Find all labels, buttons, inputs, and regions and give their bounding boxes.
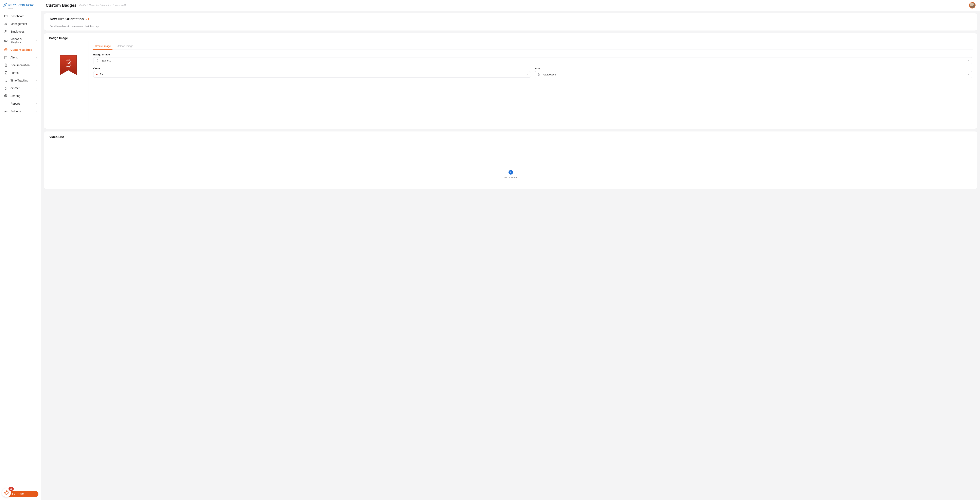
page-title: Custom Badges	[46, 3, 76, 8]
sidebar-item-label: Alerts	[11, 56, 32, 59]
sidebar-item-label: On-Site	[11, 87, 32, 90]
avatar[interactable]	[969, 2, 975, 8]
sidebar-item-reports[interactable]: Reports	[0, 100, 41, 107]
chevron-down-icon	[968, 73, 970, 76]
badge-description: For all new hires to complete on their f…	[50, 25, 972, 28]
badge-preview	[48, 41, 89, 122]
sidebar-item-on-site[interactable]: On-Site	[0, 84, 41, 92]
svg-point-2	[6, 23, 7, 24]
svg-point-7	[6, 57, 7, 57]
sidebar-item-alerts[interactable]: Alerts	[0, 54, 41, 61]
sidebar-item-sharing[interactable]: Sharing	[0, 92, 41, 100]
select-icon[interactable]: AppleWatch	[535, 71, 972, 78]
badge-config: Create Image Upload Image Badge Shape	[92, 41, 973, 122]
breadcrumb-part[interactable]: Version #1	[115, 4, 126, 7]
badge-header-card: New Hire Orientation v.1 For all new hir…	[44, 13, 977, 30]
sidebar-item-label: Dashboard	[11, 14, 37, 18]
tab-create-image[interactable]: Create Image	[94, 43, 111, 49]
field-color: Color Red	[93, 67, 531, 78]
field-icon: Icon AppleWatch	[535, 67, 972, 78]
logo[interactable]: // YOUR LOGO HERE	[0, 0, 41, 8]
bookmark-outline-icon	[96, 59, 99, 62]
dashboard-icon	[4, 14, 8, 18]
svg-point-5	[5, 57, 6, 57]
chevron-right-icon	[35, 64, 37, 67]
logo-text: YOUR LOGO HERE	[7, 3, 34, 7]
chat-bubble-icon	[4, 56, 8, 59]
svg-rect-16	[538, 74, 539, 75]
sidebar-item-settings[interactable]: Settings	[0, 107, 41, 115]
sidebar: // YOUR LOGO HERE Orientor Dashboard Man…	[0, 0, 41, 500]
tabs: Create Image Upload Image	[92, 43, 973, 50]
apple-watch-icon	[537, 73, 541, 76]
badge-version: v.1	[86, 18, 89, 21]
chevron-down-icon	[526, 73, 528, 76]
svg-point-13	[5, 111, 6, 112]
chevron-right-icon	[35, 22, 37, 25]
sidebar-nav: Dashboard Management Employees Videos	[0, 11, 41, 116]
sidebar-item-label: Management	[11, 22, 32, 25]
chevron-right-icon	[35, 87, 37, 90]
section-title-video-list: Video List	[49, 135, 973, 139]
svg-point-1	[5, 23, 6, 24]
sidebar-item-label: Documentation	[11, 64, 32, 67]
svg-point-10	[5, 88, 6, 88]
sidebar-item-employees[interactable]: Employees	[0, 28, 41, 35]
document-icon	[4, 63, 8, 67]
video-list-empty: + ADD VIDEOS	[49, 140, 973, 181]
sidebar-item-time-tracking[interactable]: Time Tracking	[0, 76, 41, 84]
plus-icon: +	[510, 171, 512, 174]
field-label: Color	[93, 67, 531, 70]
breadcrumb-part[interactable]: New Hire Orientation	[89, 4, 111, 7]
forms-icon	[4, 71, 8, 75]
badge-image-card: Badge Image	[44, 33, 977, 129]
badge-star-icon	[4, 48, 8, 52]
location-pin-icon	[4, 86, 8, 90]
sidebar-footer: 11 TYFOOM	[0, 488, 41, 500]
svg-point-12	[5, 95, 6, 96]
sidebar-item-label: Settings	[11, 110, 32, 113]
add-videos-button[interactable]: +	[509, 170, 513, 175]
svg-point-6	[6, 57, 6, 57]
main: Custom Badges Drafts / New Hire Orientat…	[41, 0, 980, 500]
sidebar-item-custom-badges[interactable]: Custom Badges	[0, 46, 41, 54]
sidebar-item-label: Videos & Playlists	[11, 37, 32, 44]
breadcrumb-part[interactable]: Drafts	[79, 4, 86, 7]
sidebar-item-videos-playlists[interactable]: Videos & Playlists	[0, 35, 41, 46]
brand-pill-badge-count: 11	[8, 487, 14, 491]
chevron-down-icon	[968, 59, 970, 62]
brand-pill-label: TYFOOM	[12, 493, 24, 495]
video-list-card: Video List + ADD VIDEOS	[44, 132, 977, 189]
topbar: Custom Badges Drafts / New Hire Orientat…	[41, 0, 980, 11]
section-title-badge-image: Badge Image	[49, 36, 973, 40]
chevron-right-icon	[35, 79, 37, 82]
tab-upload-image[interactable]: Upload Image	[116, 43, 134, 49]
sidebar-item-label: Forms	[11, 71, 37, 75]
sidebar-item-dashboard[interactable]: Dashboard	[0, 12, 41, 20]
sidebar-item-management[interactable]: Management	[0, 20, 41, 28]
sidebar-item-label: Custom Badges	[11, 48, 37, 51]
select-value: Red	[100, 73, 524, 76]
select-badge-shape[interactable]: Banner1	[93, 57, 972, 64]
badge-preview-image	[59, 55, 78, 77]
field-label: Badge Shape	[93, 53, 972, 56]
gear-icon	[4, 110, 8, 113]
sidebar-item-documentation[interactable]: Documentation	[0, 61, 41, 69]
select-color[interactable]: Red	[93, 71, 531, 78]
field-label: Icon	[535, 67, 972, 70]
chevron-right-icon	[35, 39, 37, 42]
share-user-icon	[4, 94, 8, 98]
sidebar-item-label: Employees	[11, 30, 37, 33]
svg-point-15	[69, 62, 70, 63]
users-icon	[4, 22, 8, 26]
sidebar-item-label: Time Tracking	[11, 79, 32, 82]
chevron-right-icon	[35, 94, 37, 97]
bar-chart-icon	[4, 102, 8, 105]
svg-rect-0	[5, 15, 7, 17]
add-videos-label: ADD VIDEOS	[504, 177, 518, 179]
color-swatch-icon	[96, 73, 97, 75]
video-icon	[4, 39, 8, 43]
sidebar-item-forms[interactable]: Forms	[0, 69, 41, 76]
breadcrumb: Drafts / New Hire Orientation / Version …	[79, 4, 126, 7]
brand-pill[interactable]: 11 TYFOOM	[3, 491, 38, 497]
